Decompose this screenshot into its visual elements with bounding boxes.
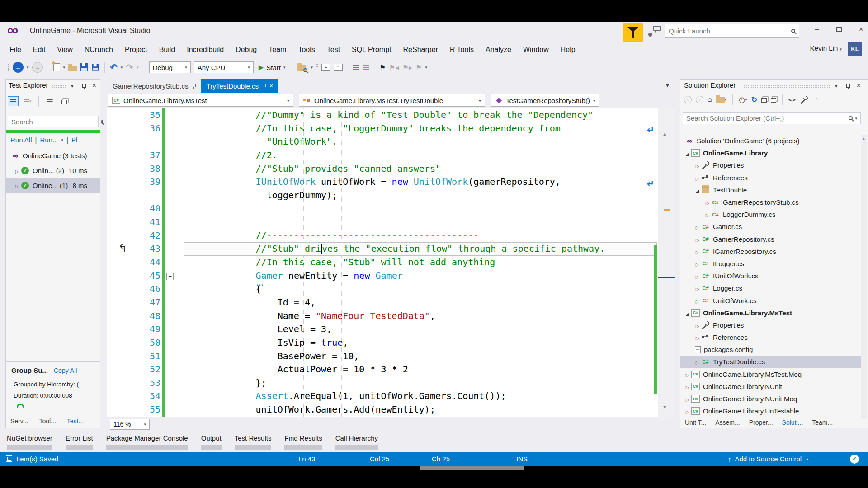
refresh-icon[interactable]: ↻ bbox=[751, 95, 757, 104]
breadcrumb-dropdown[interactable]: OnlineGame.Library.MsTest ▾ bbox=[108, 94, 293, 107]
panel-tab[interactable]: Test... bbox=[63, 416, 87, 426]
fold-margin[interactable] bbox=[160, 323, 179, 336]
solution-search-input[interactable] bbox=[686, 114, 849, 122]
user-account-menu[interactable]: Kevin Lin ▾ bbox=[810, 44, 842, 52]
tool-window-tab[interactable]: Call Hierarchy bbox=[335, 433, 378, 452]
indicator-margin[interactable] bbox=[107, 376, 133, 390]
indicator-margin[interactable] bbox=[107, 149, 133, 162]
vertical-scrollbar[interactable]: ▲ ▼ bbox=[658, 108, 675, 417]
navigate-to-icon[interactable]: ▸ bbox=[321, 64, 330, 71]
breadcrumb-dropdown[interactable]: TestGamerRepositoryStub() ▾ bbox=[491, 94, 599, 107]
code-line[interactable]: 40 bbox=[107, 202, 658, 216]
resharper-marker-icon[interactable]: ↵ bbox=[647, 178, 654, 189]
maximize-button[interactable] bbox=[830, 23, 849, 37]
sync-with-active-document-icon[interactable]: ▾ bbox=[716, 97, 727, 103]
tool-window-tab[interactable]: Test Results bbox=[235, 433, 272, 452]
tool-window-tab[interactable]: Error List bbox=[66, 433, 93, 452]
vertical-scrollbar[interactable]: ▲ bbox=[861, 135, 867, 419]
group-by-button[interactable] bbox=[8, 96, 19, 106]
menu-item[interactable]: Tools bbox=[292, 43, 321, 56]
save-icon[interactable] bbox=[80, 63, 88, 71]
minimize-button[interactable]: – bbox=[807, 23, 826, 37]
solution-platform-select[interactable]: Any CPU▾ bbox=[194, 61, 254, 73]
tree-item[interactable]: OnlineGame.Library.MsTest.Moq bbox=[680, 368, 861, 380]
code-line[interactable]: 55 unitOfWork.Gamers.Add(newEntity); bbox=[107, 403, 658, 417]
tree-item[interactable]: TestDouble bbox=[680, 184, 861, 196]
code-line[interactable]: "UnitOfWork". bbox=[107, 135, 658, 149]
code-line[interactable]: 48 Name = "NameFour TestedData", bbox=[107, 310, 658, 323]
indicator-margin[interactable] bbox=[107, 363, 133, 376]
tree-item[interactable]: ILogger.cs bbox=[680, 258, 861, 270]
expand-arrow-icon[interactable] bbox=[703, 198, 711, 206]
expand-arrow-icon[interactable] bbox=[693, 223, 701, 230]
menu-item[interactable]: Team bbox=[263, 43, 292, 56]
fold-margin[interactable] bbox=[160, 175, 179, 189]
solution-search-box[interactable]: ▾ bbox=[683, 112, 861, 124]
menu-item[interactable]: SQL Prompt bbox=[346, 43, 397, 56]
panel-tab[interactable]: Serv... bbox=[7, 416, 32, 426]
tree-item[interactable]: IUnitOfWork.cs bbox=[680, 270, 861, 282]
expand-arrow-icon[interactable] bbox=[693, 284, 701, 292]
open-windows-button[interactable] bbox=[59, 96, 70, 106]
code-line[interactable]: 43 //"Stub" drives the "execution flow" … bbox=[107, 242, 658, 256]
fold-margin[interactable] bbox=[160, 216, 179, 229]
scroll-up-arrow-icon[interactable]: ▲ bbox=[862, 136, 866, 141]
tool-window-tab[interactable]: Output bbox=[201, 433, 222, 452]
panel-tab[interactable]: Team... bbox=[808, 418, 836, 427]
window-position-dropdown[interactable]: ▾ bbox=[835, 83, 838, 89]
breadcrumb-dropdown[interactable]: OnlineGame.Library.MsTest.TryTestDouble … bbox=[299, 94, 485, 107]
fold-margin[interactable] bbox=[160, 202, 179, 216]
toolbar-drag-handle[interactable] bbox=[7, 63, 9, 71]
code-line[interactable]: 38 //"Stub" provides "canned answers" bbox=[107, 162, 658, 176]
panel-tab[interactable]: Soluti... bbox=[778, 418, 807, 427]
tree-item[interactable]: Logger.cs bbox=[680, 282, 861, 294]
expand-arrow-icon[interactable] bbox=[693, 297, 701, 305]
tree-item[interactable]: UnitOfWork.cs bbox=[680, 294, 861, 306]
panel-tab[interactable]: Assem... bbox=[712, 418, 743, 427]
expand-arrow-icon[interactable] bbox=[693, 358, 701, 366]
redo-icon[interactable]: ↷ bbox=[126, 63, 133, 72]
menu-item[interactable]: File bbox=[4, 43, 27, 56]
indicator-margin[interactable] bbox=[107, 269, 133, 283]
view-code-icon[interactable]: <> bbox=[788, 96, 796, 103]
quick-launch-box[interactable] bbox=[665, 24, 799, 38]
test-search-box[interactable] bbox=[8, 116, 99, 127]
save-all-icon[interactable] bbox=[92, 64, 99, 70]
code-line[interactable]: 54 Assert.AreEqual(1, unitOfWork.Gamers.… bbox=[107, 389, 658, 403]
tree-item[interactable]: OnlineGame.Library bbox=[680, 147, 861, 159]
format-document-icon[interactable] bbox=[363, 65, 369, 70]
expand-arrow-icon[interactable] bbox=[693, 248, 701, 255]
forward-button[interactable]: › bbox=[696, 96, 703, 103]
code-surface[interactable]: 35 //"Dummy" is a kind of "Test Double" … bbox=[107, 108, 675, 417]
fold-margin[interactable] bbox=[160, 122, 179, 136]
expand-arrow-icon[interactable] bbox=[684, 395, 691, 403]
menu-item[interactable]: Project bbox=[119, 43, 153, 56]
tree-item[interactable]: GamerRepository.cs bbox=[680, 233, 861, 245]
code-line[interactable]: 39 IUnitOfWork unitOfWork = new UnitOfWo… bbox=[107, 175, 658, 189]
previous-bookmark-icon[interactable]: ⚑◂ bbox=[389, 63, 399, 72]
back-button[interactable]: ‹ bbox=[684, 96, 692, 103]
fold-margin[interactable] bbox=[160, 269, 179, 283]
tree-item[interactable]: LoggerDummy.cs bbox=[680, 208, 861, 221]
tree-item[interactable]: OnlineGame.Library.NUnit.Moq bbox=[680, 393, 861, 405]
pin-icon[interactable] bbox=[262, 84, 266, 89]
open-file-icon[interactable] bbox=[68, 66, 77, 71]
panel-tab[interactable]: Unit T... bbox=[681, 418, 710, 427]
menu-item[interactable]: Window bbox=[517, 43, 555, 56]
code-line[interactable]: 36 //In this case, "LoggerDummy" breaks … bbox=[107, 122, 658, 136]
fold-margin[interactable] bbox=[160, 350, 179, 363]
fold-margin[interactable] bbox=[160, 189, 179, 202]
undo-dropdown[interactable]: ▾ bbox=[121, 65, 123, 70]
playlist-button[interactable] bbox=[44, 96, 55, 106]
close-icon[interactable]: × bbox=[857, 81, 861, 89]
indicator-margin[interactable] bbox=[107, 189, 133, 202]
navigate-backward-button[interactable]: ← bbox=[13, 62, 24, 73]
copy-all-link[interactable]: Copy All bbox=[54, 367, 77, 374]
indicator-margin[interactable] bbox=[107, 310, 133, 323]
test-search-input[interactable] bbox=[11, 118, 101, 126]
indicator-margin[interactable] bbox=[107, 323, 133, 336]
tool-window-tab[interactable]: NuGet browser bbox=[7, 433, 52, 452]
avatar[interactable]: KL bbox=[848, 42, 862, 56]
tree-item[interactable]: GamerRepositoryStub.cs bbox=[680, 196, 861, 208]
indicator-margin[interactable] bbox=[107, 242, 133, 256]
